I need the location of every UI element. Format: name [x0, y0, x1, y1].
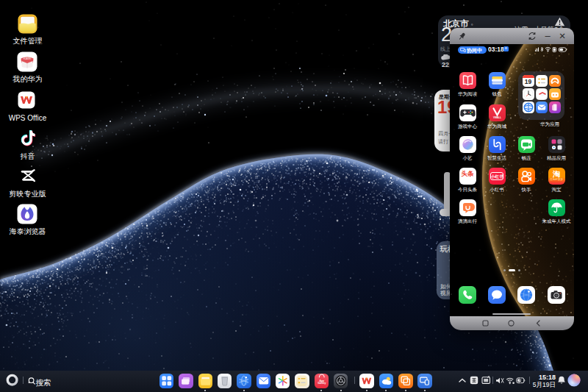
svg-text:HUAWEI: HUAWEI	[24, 57, 32, 60]
svg-text:Gallery: Gallery	[318, 382, 326, 385]
svg-text:VMALL: VMALL	[493, 116, 501, 119]
